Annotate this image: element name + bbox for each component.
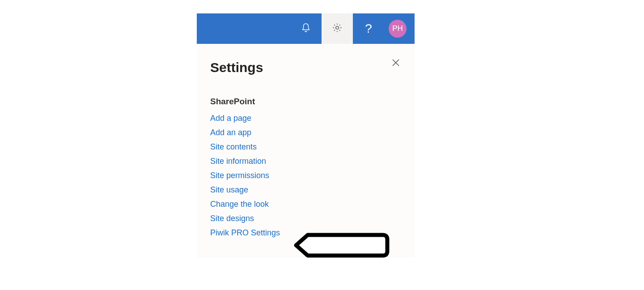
link-site-designs[interactable]: Site designs xyxy=(210,211,401,226)
help-icon: ? xyxy=(365,21,372,36)
link-site-permissions[interactable]: Site permissions xyxy=(210,168,401,183)
settings-panel-container: ? PH Settings SharePoint Add a page Add … xyxy=(197,13,415,258)
close-icon xyxy=(390,62,401,69)
settings-panel: Settings SharePoint Add a page Add an ap… xyxy=(197,44,415,258)
link-change-the-look[interactable]: Change the look xyxy=(210,197,401,211)
svg-point-0 xyxy=(336,26,339,29)
link-add-a-page[interactable]: Add a page xyxy=(210,111,401,125)
help-button[interactable]: ? xyxy=(353,13,384,44)
link-site-contents[interactable]: Site contents xyxy=(210,140,401,154)
section-title: SharePoint xyxy=(210,97,401,107)
gear-icon xyxy=(332,22,343,35)
avatar-initials: PH xyxy=(392,24,403,33)
notifications-button[interactable] xyxy=(290,13,322,44)
user-avatar[interactable]: PH xyxy=(389,20,407,38)
header-bar: ? PH xyxy=(197,13,415,44)
settings-gear-button[interactable] xyxy=(322,13,353,44)
panel-title: Settings xyxy=(210,60,401,75)
link-site-usage[interactable]: Site usage xyxy=(210,183,401,197)
settings-link-list: Add a page Add an app Site contents Site… xyxy=(210,111,401,240)
callout-arrow-annotation xyxy=(293,232,390,258)
link-site-information[interactable]: Site information xyxy=(210,154,401,168)
link-add-an-app[interactable]: Add an app xyxy=(210,125,401,140)
bell-icon xyxy=(301,22,311,35)
close-button[interactable] xyxy=(390,57,403,70)
